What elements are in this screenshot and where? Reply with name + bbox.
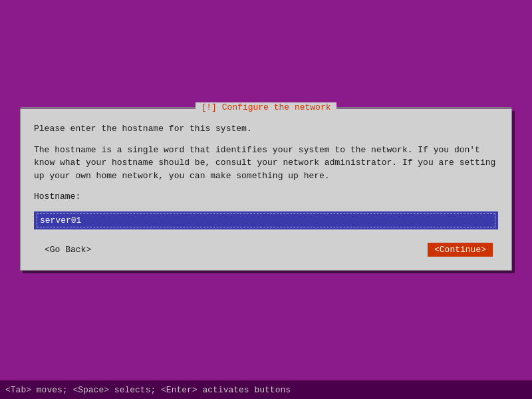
- title-line-right: [336, 107, 511, 108]
- status-bar-text: <Tab> moves; <Space> selects; <Enter> ac…: [5, 385, 291, 395]
- status-bar: <Tab> moves; <Space> selects; <Enter> ac…: [0, 380, 532, 399]
- dialog-title-bar: [!] Configure the network: [21, 102, 511, 112]
- dialog-body: Please enter the hostname for this syste…: [34, 122, 498, 203]
- configure-network-dialog: [!] Configure the network Please enter t…: [20, 108, 512, 271]
- dialog-buttons: <Go Back> <Continue>: [34, 240, 498, 259]
- title-line-left: [21, 107, 196, 108]
- hostname-input[interactable]: [37, 213, 495, 227]
- continue-button[interactable]: <Continue>: [428, 243, 493, 257]
- dialog-title: [!] Configure the network: [196, 102, 336, 112]
- dialog-content: Please enter the hostname for this syste…: [21, 109, 511, 270]
- hostname-label: Hostname:: [34, 190, 498, 203]
- description-line2: The hostname is a single word that ident…: [34, 144, 498, 183]
- hostname-input-wrapper[interactable]: [34, 211, 498, 229]
- description-line1: Please enter the hostname for this syste…: [34, 122, 498, 136]
- go-back-button[interactable]: <Go Back>: [39, 243, 96, 256]
